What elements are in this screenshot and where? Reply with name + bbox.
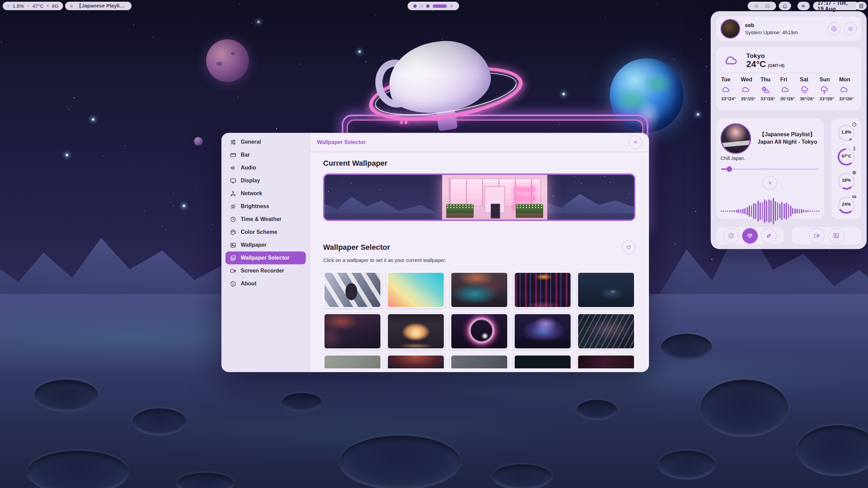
mode-toggle-group	[715, 226, 784, 245]
info-icon	[230, 281, 236, 287]
wallpaper-thumbnail[interactable]	[513, 271, 572, 308]
screenshot-button[interactable]	[829, 228, 844, 244]
crater	[700, 380, 788, 437]
workspace-dot[interactable]	[450, 4, 453, 8]
wallpaper-thumbnail[interactable]	[577, 313, 635, 350]
system-stats-pill[interactable]: 1.8% 47°C 8G	[3, 2, 63, 10]
gauge-memory: 16%	[835, 169, 857, 192]
star	[596, 180, 596, 180]
star	[1, 266, 2, 266]
sidebar-item-screen-recorder[interactable]: Screen Recorder	[225, 264, 306, 277]
media-player-title: 【Japanese Playlist】 Japan All Night - To…	[755, 131, 820, 146]
tray-app-icon[interactable]	[753, 3, 759, 9]
balanced-mode-button[interactable]	[742, 228, 758, 244]
waveform-bar	[779, 204, 781, 218]
powersave-mode-button[interactable]	[761, 228, 776, 244]
wallpaper-thumbnail[interactable]	[387, 313, 445, 350]
system-gauges-card: 1.8% 47°C 16% 24%	[831, 118, 862, 220]
app-launcher-button[interactable]	[856, 2, 867, 10]
sidebar-item-color-scheme[interactable]: Color Scheme	[225, 226, 306, 239]
crater	[339, 435, 461, 488]
star	[695, 211, 696, 212]
workspace-indicator[interactable]	[408, 2, 459, 10]
sidebar-item-bar[interactable]: Bar	[225, 148, 306, 161]
sidebar-item-about[interactable]: About	[225, 277, 306, 290]
wallpaper-thumbnail[interactable]	[513, 313, 572, 350]
waveform-bar	[740, 209, 742, 213]
wallpaper-selector-heading: Wallpaper Selector	[323, 243, 390, 252]
current-wallpaper-preview: Fresh Moon Beans	[323, 174, 635, 221]
waveform-bar	[799, 209, 800, 214]
waveform-bar	[801, 209, 802, 214]
sidebar-item-general[interactable]: General	[225, 136, 306, 148]
cafe-planter	[446, 206, 474, 218]
wallpaper-thumbnail[interactable]	[450, 354, 509, 368]
star	[144, 211, 145, 211]
star	[238, 97, 239, 98]
gauge-value: 47°C	[835, 154, 857, 159]
performance-mode-button[interactable]	[724, 228, 739, 244]
volume-button[interactable]	[797, 2, 810, 10]
power-button[interactable]	[844, 22, 857, 35]
sidebar-item-network[interactable]: Network	[225, 187, 306, 200]
wallpaper-thumbnail[interactable]	[323, 271, 382, 308]
wallpaper-thumbnail[interactable]	[577, 271, 635, 308]
workspace-dot[interactable]	[420, 4, 423, 8]
star	[391, 194, 392, 194]
slider-thumb[interactable]	[727, 166, 732, 172]
sidebar-item-display[interactable]: Display	[225, 174, 306, 187]
sidebar-item-audio[interactable]: Audio	[225, 161, 306, 174]
wallpaper-thumbnail[interactable]	[450, 313, 509, 350]
sidebar-item-time-weather[interactable]: Time & Weather	[225, 213, 306, 226]
star	[324, 178, 325, 179]
waveform-bar	[807, 210, 809, 212]
settings-button[interactable]	[828, 22, 841, 35]
display-icon	[230, 178, 236, 184]
thermometer-icon	[27, 3, 29, 8]
wallpaper-thumbnail[interactable]	[577, 354, 635, 368]
sidebar-item-wallpaper[interactable]: Wallpaper	[225, 239, 306, 251]
media-title: 【Japanese Playlist】 J...	[77, 3, 127, 9]
screen-record-button[interactable]	[809, 228, 825, 244]
refresh-button[interactable]	[622, 241, 635, 254]
star	[829, 250, 830, 251]
play-pause-button[interactable]	[763, 176, 777, 190]
star	[342, 182, 343, 183]
wallpaper-thumbnail[interactable]	[323, 354, 382, 368]
close-button[interactable]	[629, 136, 642, 149]
speedometer-icon	[850, 121, 858, 128]
gauge-value: 24%	[835, 202, 857, 207]
sparkle-star	[66, 154, 68, 156]
notifications-button[interactable]	[779, 2, 791, 10]
tray-image-icon[interactable]	[765, 3, 770, 9]
star	[424, 181, 425, 181]
waveform-bar	[816, 210, 817, 212]
workspace-dot-active[interactable]	[433, 4, 447, 8]
wallpaper-thumbnail[interactable]	[450, 271, 509, 308]
star	[389, 177, 389, 177]
divider	[721, 73, 856, 73]
media-pill[interactable]: 【Japanese Playlist】 J...	[65, 2, 132, 10]
sidebar-item-brightness[interactable]: Brightness	[225, 200, 306, 213]
workspace-dot[interactable]	[426, 4, 430, 8]
system-tray-pill[interactable]	[748, 2, 776, 10]
side-panel: seb System Uptime: 4h19m Tokyo 24°C	[711, 11, 867, 249]
wallpaper-thumbnail[interactable]	[513, 354, 572, 368]
waveform-bar	[744, 208, 746, 214]
workspace-dot[interactable]	[413, 4, 417, 8]
wallpaper-thumbnail[interactable]	[387, 354, 445, 368]
clock-pill[interactable]: 17:17 - Tue, 19 Aug	[813, 2, 859, 10]
speedometer-icon	[7, 3, 9, 9]
sidebar-item-wallpaper-selector[interactable]: Wallpaper Selector	[225, 251, 306, 264]
videocam-icon	[813, 232, 820, 239]
forecast-day: Sun 33°/26°	[820, 77, 838, 101]
star	[338, 183, 338, 183]
waveform-bar	[766, 201, 767, 221]
wallpaper-thumbnail[interactable]	[323, 313, 382, 350]
capture-button-group	[791, 226, 862, 245]
waveform-bar	[781, 202, 783, 220]
sidebar-label: Network	[241, 190, 262, 197]
wallpaper-thumbnail[interactable]	[387, 271, 445, 308]
media-progress-slider[interactable]	[721, 166, 820, 172]
chip-icon	[850, 169, 858, 176]
